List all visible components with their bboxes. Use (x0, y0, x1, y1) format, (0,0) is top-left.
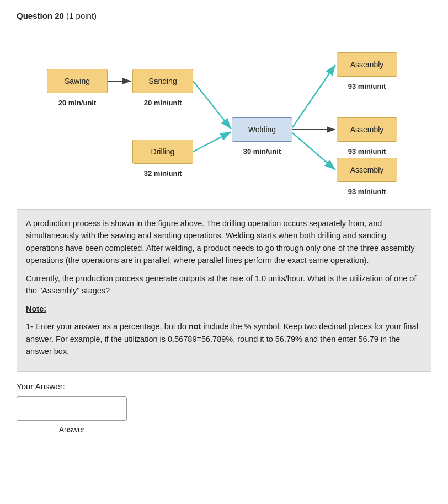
assembly2-time-label: 93 min/unit (337, 147, 397, 156)
note-label: Note: (26, 303, 422, 315)
sawing-time-label: 20 min/unit (47, 99, 108, 107)
note-paragraph: 1- Enter your answer as a percentage, bu… (26, 320, 422, 357)
drilling-time-label: 32 min/unit (132, 169, 193, 178)
sanding-time-label: 20 min/unit (132, 99, 193, 107)
sanding-box: Sanding (132, 69, 193, 93)
assembly2-box: Assembly (337, 117, 397, 142)
your-answer-section: Your Answer: Answer (17, 382, 431, 434)
answer-caption: Answer (17, 425, 127, 434)
assembly1-time-label: 93 min/unit (337, 82, 397, 90)
question-points: (1 point) (66, 11, 97, 20)
assembly3-time-label: 93 min/unit (337, 187, 397, 196)
welding-box: Welding (232, 117, 292, 142)
svg-line-7 (292, 133, 335, 170)
assembly1-box: Assembly (337, 52, 397, 77)
process-diagram: Sawing 20 min/unit Sanding 20 min/unit D… (17, 29, 431, 200)
assembly3-box: Assembly (337, 158, 397, 182)
description-box: A production process is shown in the fig… (17, 209, 431, 372)
answer-input[interactable] (17, 396, 127, 421)
question-number: Question 20 (17, 11, 64, 20)
note-text1: 1- Enter your answer as a percentage, bu… (26, 322, 189, 331)
note-bold: not (189, 322, 201, 331)
welding-time-label: 30 min/unit (232, 147, 292, 156)
description-paragraph2: Currently, the production process genera… (26, 272, 422, 297)
your-answer-label: Your Answer: (17, 382, 431, 391)
description-paragraph1: A production process is shown in the fig… (26, 217, 422, 267)
svg-line-3 (193, 81, 231, 129)
sawing-box: Sawing (47, 69, 108, 93)
svg-line-4 (193, 132, 231, 152)
svg-line-5 (292, 65, 335, 127)
question-header: Question 20 (1 point) (17, 11, 431, 20)
drilling-box: Drilling (132, 140, 193, 164)
